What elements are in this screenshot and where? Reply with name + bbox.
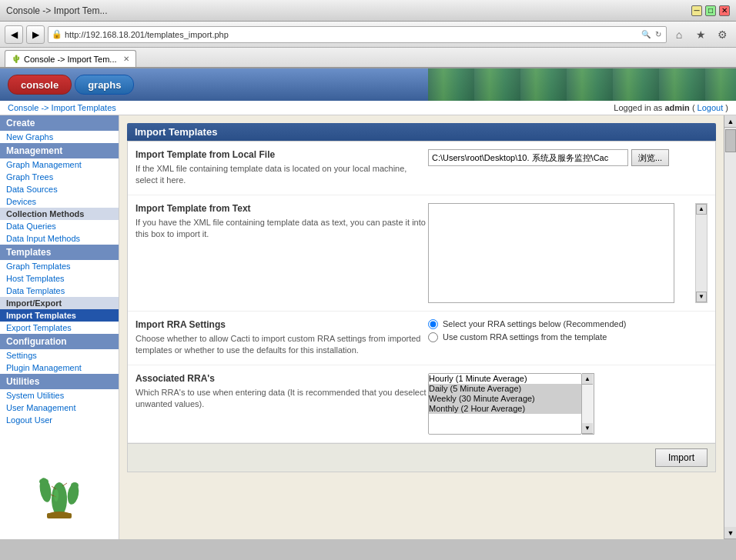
sidebar-item-export-templates[interactable]: Export Templates: [0, 322, 119, 334]
address-bar: 🔒 http://192.168.18.201/templates_import…: [48, 26, 667, 43]
template-text-input[interactable]: [428, 203, 674, 303]
svg-point-10: [54, 489, 59, 502]
login-paren-close: ): [725, 103, 728, 112]
sidebar-section-create[interactable]: Create: [0, 115, 119, 131]
address-text[interactable]: http://192.168.18.201/templates_import.p…: [65, 30, 637, 39]
minimize-button[interactable]: ─: [691, 5, 702, 16]
file-path-input[interactable]: [428, 149, 628, 166]
browse-button[interactable]: 浏览...: [631, 149, 669, 166]
import-btn-row: Import: [128, 443, 715, 472]
from-text-label: Import Template from Text If you have th…: [135, 203, 428, 303]
tools-button[interactable]: ⚙: [713, 25, 731, 44]
console-tab[interactable]: console: [8, 75, 72, 95]
tab-favicon: 🌵: [12, 55, 21, 63]
forward-button[interactable]: ▶: [26, 25, 45, 44]
back-button[interactable]: ◀: [5, 25, 23, 44]
rra-scrollbar: ▲ ▼: [582, 373, 594, 435]
right-scroll-up[interactable]: ▲: [724, 115, 736, 128]
svg-point-2: [39, 478, 49, 485]
breadcrumb-bar: Console -> Import Templates Logged in as…: [0, 101, 736, 115]
svg-point-4: [71, 482, 79, 488]
radio-custom-label[interactable]: Use custom RRA settings from the templat…: [428, 332, 708, 342]
sidebar: Create New Graphs Management Graph Manag…: [0, 115, 119, 539]
radio-recommended-text: Select your RRA settings below (Recommen…: [443, 319, 626, 328]
sidebar-item-data-templates[interactable]: Data Templates: [0, 285, 119, 297]
sidebar-section-utilities[interactable]: Utilities: [0, 374, 119, 389]
maximize-button[interactable]: □: [705, 5, 716, 16]
rra-listbox-container: Hourly (1 Minute Average) Daily (5 Minut…: [428, 373, 708, 435]
rra-settings-label: Import RRA Settings Choose whether to al…: [135, 319, 428, 357]
local-file-title: Import Template from Local File: [135, 149, 428, 160]
app-top-nav: console graphs: [0, 68, 736, 101]
browser-tab[interactable]: 🌵 Console -> Import Tem... ✕: [5, 50, 136, 67]
rra-settings-desc: Choose whether to allow Cacti to import …: [135, 333, 428, 357]
right-scroll-thumb[interactable]: [725, 129, 736, 152]
rra-scroll-track: [582, 385, 594, 423]
rra-settings-control: Select your RRA settings below (Recommen…: [428, 319, 708, 357]
scroll-up-btn[interactable]: ▲: [696, 204, 707, 215]
local-file-control: 浏览...: [428, 149, 708, 187]
file-input-row: 浏览...: [428, 149, 708, 166]
from-text-section: Import Template from Text If you have th…: [128, 195, 715, 312]
title-bar: Console -> Import Tem... ─ □ ✕: [0, 0, 736, 22]
local-file-desc: If the XML file containing template data…: [135, 163, 428, 187]
rra-item-monthly[interactable]: Monthly (2 Hour Average): [429, 404, 581, 414]
scroll-down-btn[interactable]: ▼: [696, 292, 707, 302]
app-wrapper: console graphs Console -> Import Templat…: [0, 68, 736, 539]
sidebar-item-user-management[interactable]: User Management: [0, 402, 119, 414]
rra-item-weekly[interactable]: Weekly (30 Minute Average): [429, 394, 581, 404]
sidebar-item-settings[interactable]: Settings: [0, 349, 119, 362]
sidebar-item-graph-trees[interactable]: Graph Trees: [0, 171, 119, 183]
sidebar-section-templates[interactable]: Templates: [0, 245, 119, 260]
breadcrumb-current: Import Templates: [52, 103, 116, 112]
rra-scroll-down[interactable]: ▼: [582, 423, 593, 434]
sidebar-item-plugin-management[interactable]: Plugin Management: [0, 362, 119, 374]
local-file-label: Import Template from Local File If the X…: [135, 149, 428, 187]
scroll-track: [696, 215, 707, 292]
rra-item-daily[interactable]: Daily (5 Minute Average): [429, 384, 581, 394]
home-button[interactable]: ⌂: [670, 25, 688, 44]
sidebar-section-management[interactable]: Management: [0, 143, 119, 158]
sidebar-item-graph-templates[interactable]: Graph Templates: [0, 260, 119, 272]
radio-recommended[interactable]: [428, 319, 438, 329]
search-addr-icon[interactable]: 🔍: [640, 30, 652, 38]
star-button[interactable]: ★: [691, 25, 710, 44]
right-scroll-track: [724, 128, 736, 527]
graphs-tab[interactable]: graphs: [75, 75, 134, 95]
associated-rra-label: Associated RRA's Which RRA's to use when…: [135, 373, 428, 435]
sidebar-section-configuration[interactable]: Configuration: [0, 334, 119, 349]
right-scroll-down[interactable]: ▼: [724, 527, 736, 539]
breadcrumb-console-link[interactable]: Console: [8, 103, 38, 112]
sidebar-item-host-templates[interactable]: Host Templates: [0, 272, 119, 285]
radio-recommended-label[interactable]: Select your RRA settings below (Recommen…: [428, 319, 708, 329]
sidebar-item-new-graphs[interactable]: New Graphs: [0, 131, 119, 143]
radio-custom[interactable]: [428, 332, 438, 342]
rra-scroll-up[interactable]: ▲: [582, 374, 593, 385]
content-box: Import Template from Local File If the X…: [127, 141, 716, 472]
page-title: Import Templates: [127, 123, 716, 141]
import-button[interactable]: Import: [655, 448, 708, 467]
close-button[interactable]: ✕: [719, 5, 730, 16]
logout-link[interactable]: Logout: [698, 103, 724, 112]
refresh-button[interactable]: ↻: [654, 30, 663, 38]
login-user: admin: [664, 103, 689, 112]
sidebar-item-data-queries[interactable]: Data Queries: [0, 220, 119, 232]
sidebar-item-data-input-methods[interactable]: Data Input Methods: [0, 232, 119, 245]
rra-item-hourly[interactable]: Hourly (1 Minute Average): [429, 374, 581, 384]
sidebar-item-system-utilities[interactable]: System Utilities: [0, 389, 119, 402]
associated-rra-desc: Which RRA's to use when entering data (I…: [135, 387, 428, 411]
sidebar-item-import-templates[interactable]: Import Templates: [0, 309, 119, 322]
nav-bg-decoration: [428, 68, 736, 101]
sidebar-item-graph-management[interactable]: Graph Management: [0, 158, 119, 171]
tab-bar: 🌵 Console -> Import Tem... ✕: [0, 48, 736, 68]
tab-close-button[interactable]: ✕: [123, 55, 129, 63]
nav-bar: ◀ ▶ 🔒 http://192.168.18.201/templates_im…: [0, 22, 736, 48]
rra-listbox[interactable]: Hourly (1 Minute Average) Daily (5 Minut…: [428, 373, 582, 435]
cactus-icon: [28, 442, 90, 518]
sidebar-item-devices[interactable]: Devices: [0, 195, 119, 208]
sidebar-item-data-sources[interactable]: Data Sources: [0, 183, 119, 195]
from-text-control: ▲ ▼: [428, 203, 708, 303]
sidebar-item-logout-user[interactable]: Logout User: [0, 414, 119, 426]
from-text-title: Import Template from Text: [135, 203, 428, 214]
main-layout: Create New Graphs Management Graph Manag…: [0, 115, 736, 539]
